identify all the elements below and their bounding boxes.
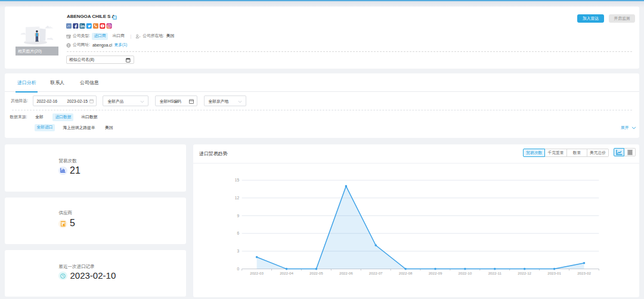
- svg-text:3: 3: [237, 249, 239, 253]
- svg-text:12: 12: [235, 196, 240, 200]
- svg-text:9: 9: [237, 214, 239, 218]
- svg-text:2023-01: 2023-01: [547, 271, 561, 275]
- svg-text:2022-10: 2022-10: [459, 271, 472, 275]
- svg-text:2022-06: 2022-06: [339, 271, 353, 275]
- svg-text:15: 15: [235, 178, 240, 182]
- svg-text:2022-11: 2022-11: [488, 271, 502, 275]
- svg-text:2022-12: 2022-12: [518, 271, 531, 275]
- svg-text:2022-03: 2022-03: [250, 271, 264, 275]
- svg-text:2022-05: 2022-05: [309, 271, 323, 275]
- svg-text:2022-07: 2022-07: [369, 271, 383, 275]
- svg-text:2022-09: 2022-09: [429, 271, 442, 275]
- svg-text:0: 0: [237, 267, 239, 271]
- svg-text:2022-08: 2022-08: [399, 271, 413, 275]
- svg-text:2023-02: 2023-02: [577, 271, 591, 275]
- svg-text:2022-04: 2022-04: [280, 271, 293, 275]
- svg-text:6: 6: [237, 231, 239, 235]
